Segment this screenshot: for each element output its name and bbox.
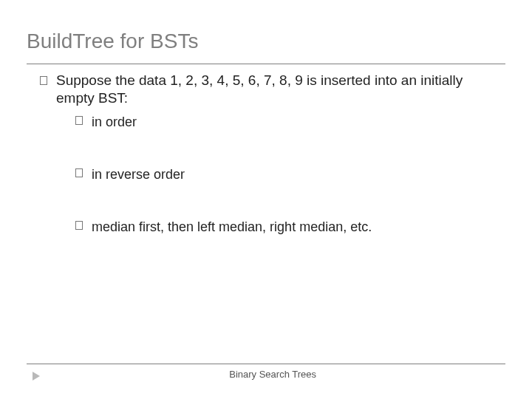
bullet-text: in reverse order	[92, 166, 185, 183]
content-area: Suppose the data 1, 2, 3, 4, 5, 6, 7, 8,…	[0, 64, 532, 236]
bullet-text: median first, then left median, right me…	[92, 219, 372, 236]
footer-divider	[27, 364, 505, 364]
bullet-level2: median first, then left median, right me…	[75, 219, 492, 236]
footer-label: Binary Search Trees	[229, 369, 316, 380]
bullet-text: Suppose the data 1, 2, 3, 4, 5, 6, 7, 8,…	[56, 72, 492, 108]
footer-row: Binary Search Trees	[27, 369, 505, 380]
bullet-level1: Suppose the data 1, 2, 3, 4, 5, 6, 7, 8,…	[40, 72, 492, 108]
bullet-marker-icon	[75, 115, 92, 132]
bullet-level2: in reverse order	[75, 166, 492, 183]
bullet-marker-icon	[75, 168, 92, 185]
bullet-marker-icon	[40, 74, 56, 110]
bullet-text: in order	[92, 114, 137, 131]
bullet-marker-icon	[75, 220, 92, 237]
svg-marker-0	[33, 372, 40, 381]
footer: Binary Search Trees	[27, 364, 505, 380]
bullet-level2: in order	[75, 114, 492, 131]
title-area: BuildTree for BSTs	[0, 0, 532, 59]
slide-title: BuildTree for BSTs	[27, 30, 505, 53]
play-icon	[31, 371, 41, 381]
